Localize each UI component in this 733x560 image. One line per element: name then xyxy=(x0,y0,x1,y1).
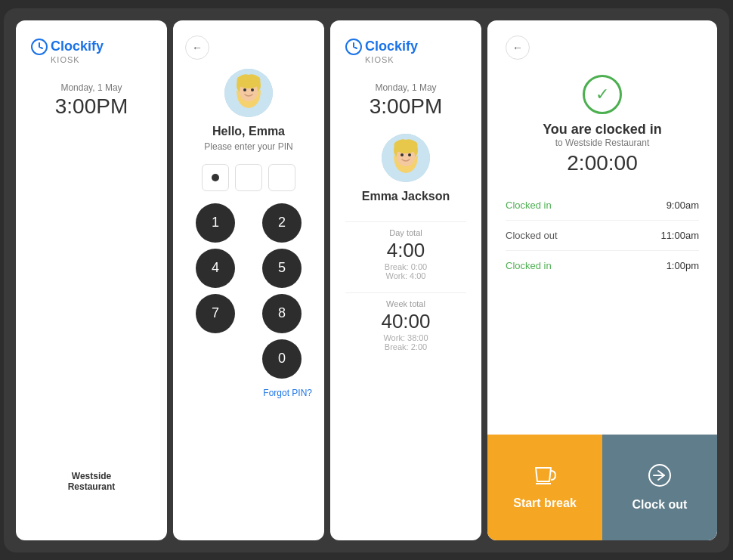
pin-keypad: 1 2 4 5 7 8 0 xyxy=(185,203,312,379)
middle-date: Monday, 1 May xyxy=(345,82,466,93)
week-total-label: Week total xyxy=(345,299,466,308)
timeline-time-2: 1:00pm xyxy=(667,260,699,271)
clock-out-label: Clock out xyxy=(632,498,688,512)
svg-point-11 xyxy=(401,153,404,156)
day-break: Break: 0:00 xyxy=(345,262,466,271)
timeline-row-1: Clocked out 11:00am xyxy=(506,221,699,251)
pin-key-2[interactable]: 2 xyxy=(262,203,302,243)
day-total-value: 4:00 xyxy=(345,239,466,262)
panel-clocked-in-detail: ← ✓ You are clocked in to Westside Resta… xyxy=(487,20,717,540)
break-icon xyxy=(533,465,557,490)
middle-time: 3:00PM xyxy=(345,94,466,119)
app-container: Clockify KIOSK Monday, 1 May 3:00PM West… xyxy=(4,8,729,552)
home-time: 3:00PM xyxy=(31,94,152,119)
logo-mode: KIOSK xyxy=(51,55,80,64)
pin-dot-3 xyxy=(268,164,295,191)
coffee-cup-icon xyxy=(533,465,557,486)
pin-key-8[interactable]: 8 xyxy=(262,294,302,333)
week-break: Break: 2:00 xyxy=(345,342,466,351)
week-work: Work: 38:00 xyxy=(345,333,466,342)
pin-greeting: Hello, Emma xyxy=(185,125,312,138)
pin-key-1[interactable]: 1 xyxy=(196,203,235,243)
logo: Clockify KIOSK xyxy=(31,39,152,64)
user-name: Emma Jackson xyxy=(345,190,466,203)
clock-out-button[interactable]: Clock out xyxy=(602,435,717,540)
clocked-in-header: ✓ You are clocked in to Westside Restaur… xyxy=(506,75,699,175)
start-break-button[interactable]: Start break xyxy=(487,435,602,540)
svg-point-12 xyxy=(408,153,411,156)
right-top-content: ← ✓ You are clocked in to Westside Resta… xyxy=(487,20,717,435)
home-location: WestsideRestaurant xyxy=(31,471,152,492)
avatar-image xyxy=(224,69,273,117)
middle-avatar-container xyxy=(345,134,466,182)
clocked-in-title: You are clocked in xyxy=(543,122,662,138)
start-break-label: Start break xyxy=(513,497,577,510)
pin-prompt: Please enter your PIN xyxy=(185,141,312,152)
day-total-label: Day total xyxy=(345,228,466,237)
timeline-time-1: 11:00am xyxy=(660,230,699,241)
week-totals: Week total 40:00 Work: 38:00 Break: 2:00 xyxy=(345,299,466,351)
middle-logo-icon xyxy=(345,39,362,55)
middle-logo-mode: KIOSK xyxy=(365,55,394,64)
panel-user-summary: Clockify KIOSK Monday, 1 May 3:00PM xyxy=(330,20,481,540)
timeline-event-2: Clocked in xyxy=(506,260,552,271)
home-date: Monday, 1 May xyxy=(31,82,152,93)
clockify-logo-icon xyxy=(31,39,48,55)
forgot-pin-link[interactable]: Forgot PIN? xyxy=(185,388,312,398)
pin-dot-filled-1 xyxy=(212,174,219,181)
pin-key-4[interactable]: 4 xyxy=(196,249,235,288)
pin-dot-1 xyxy=(202,164,229,191)
middle-avatar-image xyxy=(382,134,430,182)
day-work: Work: 4:00 xyxy=(345,271,466,280)
pin-key-0[interactable]: 0 xyxy=(262,339,302,379)
logo-text: Clockify xyxy=(51,39,104,54)
timeline-event-1: Clocked out xyxy=(506,230,558,241)
timeline-event-0: Clocked in xyxy=(506,200,552,211)
pin-back-button[interactable]: ← xyxy=(185,36,209,60)
pin-key-5[interactable]: 5 xyxy=(262,249,302,288)
pin-avatar-container xyxy=(185,69,312,117)
timeline: Clocked in 9:00am Clocked out 11:00am Cl… xyxy=(506,190,699,419)
middle-logo-text: Clockify xyxy=(365,39,418,54)
panel-pin-entry: ← xyxy=(173,20,324,540)
panel-kiosk-home: Clockify KIOSK Monday, 1 May 3:00PM West… xyxy=(16,20,167,540)
clocked-in-sub: to Westside Restaurant xyxy=(555,138,650,148)
week-total-value: 40:00 xyxy=(345,310,466,333)
pin-dots-container xyxy=(185,164,312,191)
middle-logo: Clockify KIOSK xyxy=(345,39,466,64)
svg-point-4 xyxy=(243,88,246,91)
pin-dot-2 xyxy=(235,164,262,191)
divider-2 xyxy=(345,292,466,293)
check-circle-icon: ✓ xyxy=(583,75,622,114)
timeline-row-0: Clocked in 9:00am xyxy=(506,190,699,221)
timeline-time-0: 9:00am xyxy=(667,200,699,211)
pin-key-7[interactable]: 7 xyxy=(196,294,235,333)
arrow-circle-icon xyxy=(648,463,672,487)
timeline-row-2: Clocked in 1:00pm xyxy=(506,251,699,280)
right-back-button[interactable]: ← xyxy=(506,36,530,60)
elapsed-time: 2:00:00 xyxy=(567,151,637,175)
divider-1 xyxy=(345,221,466,222)
clockout-icon xyxy=(648,463,672,492)
middle-avatar xyxy=(382,134,430,182)
svg-point-5 xyxy=(251,88,254,91)
pin-avatar xyxy=(224,69,273,117)
day-totals: Day total 4:00 Break: 0:00 Work: 4:00 xyxy=(345,228,466,280)
action-buttons: Start break Clock out xyxy=(487,435,717,540)
